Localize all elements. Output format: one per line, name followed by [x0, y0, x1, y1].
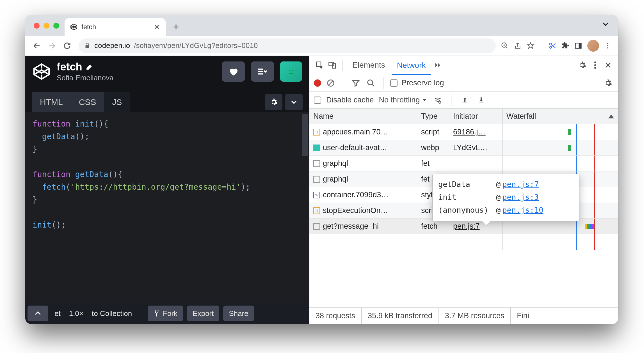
edit-title-icon[interactable] — [86, 63, 93, 71]
throttling-select[interactable]: No throttling — [379, 96, 427, 104]
editor-settings-button[interactable] — [265, 94, 282, 110]
profile-avatar[interactable] — [587, 40, 599, 52]
stack-link[interactable]: pen.js:10 — [502, 204, 543, 217]
device-toolbar-icon[interactable] — [327, 59, 338, 71]
minimize-window-button[interactable] — [44, 23, 49, 29]
network-subtoolbar: Disable cache No throttling — [309, 92, 618, 109]
sort-asc-icon — [608, 114, 614, 118]
footer-transferred: 35.9 kB transferred — [362, 308, 439, 324]
code-editor[interactable]: function init(){ getData(); } function g… — [25, 112, 309, 303]
tab-title: fetch — [81, 23, 150, 31]
file-type-icon — [313, 223, 320, 230]
url-host: codepen.io — [94, 41, 130, 50]
zoom-indicator[interactable]: 1.0× — [67, 306, 86, 321]
codepen-footer: et 1.0× to Collection Fork Export Share — [25, 303, 309, 324]
browser-menu-icon[interactable] — [604, 42, 611, 49]
table-row[interactable]: graphqlfet — [309, 156, 618, 171]
lock-icon — [84, 43, 90, 49]
stack-link[interactable]: pen.js:3 — [502, 191, 539, 204]
file-type-icon: ⟨⟩ — [313, 129, 320, 136]
share-icon[interactable] — [514, 42, 522, 50]
stack-link[interactable]: pen.js:7 — [502, 178, 539, 191]
devtools-menu-icon[interactable] — [590, 59, 601, 71]
svg-point-6 — [607, 45, 608, 46]
upload-har-icon[interactable] — [459, 95, 471, 106]
zoom-icon[interactable] — [501, 42, 509, 50]
file-type-icon: ✎ — [313, 192, 320, 198]
new-tab-button[interactable] — [170, 20, 182, 33]
scrollbar-thumb[interactable] — [302, 114, 308, 156]
close-window-button[interactable] — [34, 23, 40, 29]
view-layout-button[interactable] — [251, 61, 274, 82]
svg-point-5 — [607, 43, 608, 44]
clear-button[interactable] — [325, 77, 336, 89]
reload-button[interactable] — [61, 39, 74, 52]
share-button[interactable]: Share — [223, 306, 254, 321]
download-har-icon[interactable] — [476, 95, 487, 106]
forward-button[interactable] — [45, 39, 58, 52]
console-toggle-button[interactable] — [28, 306, 48, 321]
user-avatar[interactable] — [280, 61, 302, 82]
preserve-log-checkbox[interactable] — [390, 79, 398, 87]
browser-tab[interactable]: fetch ✕ — [65, 18, 166, 36]
table-row[interactable]: user-default-avat…webpLYdGvL… — [309, 140, 618, 156]
preserve-log-label: Preserve log — [401, 79, 444, 87]
filter-icon[interactable] — [350, 77, 361, 89]
inspect-element-icon[interactable] — [314, 59, 325, 71]
record-button[interactable] — [314, 79, 321, 87]
table-row[interactable]: ⟨⟩appcues.main.70…script69186.j… — [309, 124, 618, 140]
panel-icon[interactable] — [574, 42, 582, 50]
bookmark-star-icon[interactable] — [527, 42, 535, 50]
search-icon[interactable] — [365, 77, 376, 89]
devtools-close-icon[interactable] — [602, 59, 614, 71]
column-type[interactable]: Type — [417, 109, 449, 124]
editor-collapse-button[interactable] — [285, 94, 303, 110]
file-type-icon — [313, 176, 320, 183]
svg-point-12 — [157, 310, 159, 311]
column-name[interactable]: Name — [309, 109, 417, 124]
svg-point-11 — [155, 310, 156, 311]
devtools-settings-icon[interactable] — [577, 59, 588, 71]
devtools-tab-elements[interactable]: Elements — [347, 58, 390, 72]
footer-prefix: et — [52, 306, 63, 321]
heart-button[interactable] — [222, 61, 245, 82]
back-button[interactable] — [30, 39, 43, 52]
codepen-pane: fetch Sofia Emelianova HTML CSS — [25, 56, 309, 324]
editor-tab-css[interactable]: CSS — [71, 92, 104, 112]
svg-point-9 — [289, 70, 291, 72]
fullscreen-window-button[interactable] — [53, 23, 59, 29]
request-initiator: 69186.j… — [449, 124, 503, 140]
svg-rect-4 — [579, 43, 581, 48]
request-initiator: LYdGvL… — [449, 140, 503, 155]
codepen-icon — [70, 23, 77, 31]
svg-point-19 — [594, 67, 596, 68]
editor-tab-js[interactable]: JS — [104, 92, 130, 112]
fork-button[interactable]: Fork — [148, 306, 183, 321]
request-name: container.7099d3… — [323, 191, 389, 199]
disable-cache-checkbox[interactable] — [314, 97, 321, 104]
request-name: stopExecutionOn… — [323, 206, 388, 215]
request-type: script — [417, 124, 449, 140]
close-tab-button[interactable]: ✕ — [154, 23, 160, 31]
window-controls — [34, 23, 59, 29]
svg-point-10 — [292, 70, 294, 72]
tabs-overflow-icon[interactable] — [432, 59, 444, 71]
network-settings-icon[interactable] — [602, 77, 614, 89]
request-name: graphql — [323, 159, 348, 168]
column-initiator[interactable]: Initiator — [449, 109, 503, 124]
scissors-icon[interactable] — [549, 42, 556, 50]
file-type-icon — [313, 145, 320, 151]
export-button[interactable]: Export — [187, 306, 219, 321]
network-footer: 38 requests 35.9 kB transferred 3.7 MB r… — [309, 307, 618, 324]
address-bar[interactable]: codepen.io/sofiayem/pen/LYdGvLg?editors=… — [79, 38, 496, 53]
network-conditions-icon[interactable] — [432, 95, 443, 106]
request-name: appcues.main.70… — [323, 128, 388, 136]
extensions-icon[interactable] — [561, 42, 569, 50]
tab-overflow-button[interactable] — [601, 19, 610, 29]
to-collection-button[interactable]: to Collection — [90, 306, 134, 321]
file-type-icon: ⟨⟩ — [313, 207, 320, 214]
devtools-tab-network[interactable]: Network — [392, 58, 431, 75]
svg-point-17 — [594, 61, 596, 63]
editor-tab-html[interactable]: HTML — [32, 92, 71, 112]
column-waterfall[interactable]: Waterfall — [503, 109, 618, 124]
